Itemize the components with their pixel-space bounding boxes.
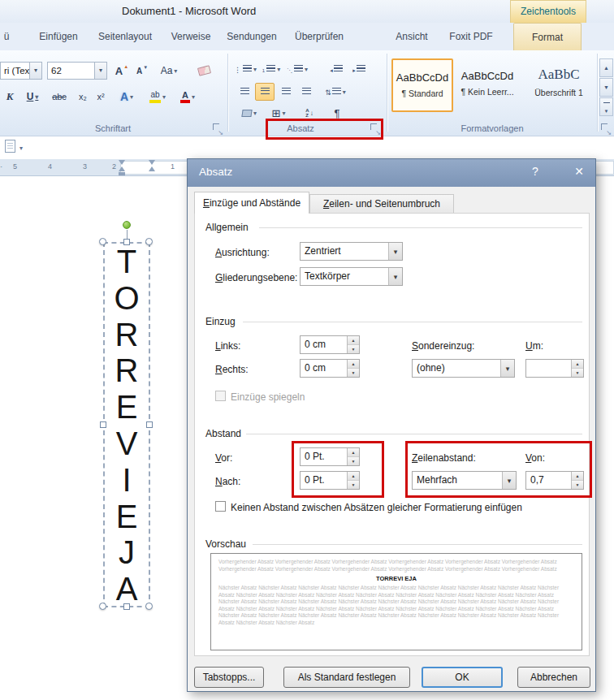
- decrease-indent-button[interactable]: [326, 60, 346, 78]
- font-color-button[interactable]: A: [175, 87, 200, 106]
- change-case-button[interactable]: Aa: [156, 63, 182, 79]
- spin-up-icon[interactable]: [572, 360, 583, 368]
- font-name-dropdown-icon[interactable]: [29, 63, 41, 79]
- hanging-indent-marker[interactable]: [119, 166, 125, 171]
- resize-handle-top-left[interactable]: [99, 238, 106, 245]
- spin-down-icon[interactable]: [348, 368, 359, 377]
- spin-up-icon[interactable]: [348, 472, 359, 480]
- dropdown-arrow-icon[interactable]: [388, 243, 402, 260]
- style-card-standard[interactable]: AaBbCcDd ¶ Standard: [391, 58, 453, 112]
- font-dialog-launcher[interactable]: [213, 123, 223, 134]
- font-size-combo[interactable]: 62: [47, 62, 107, 80]
- style-card-kein-leerraum[interactable]: AaBbCcDd ¶ Kein Leerr...: [456, 58, 518, 112]
- align-left-button[interactable]: [236, 83, 253, 101]
- spin-up-icon[interactable]: [348, 336, 359, 344]
- dropdown-arrow-icon[interactable]: [502, 472, 516, 489]
- underline-button[interactable]: U: [21, 88, 44, 106]
- increase-indent-button[interactable]: [349, 60, 369, 78]
- tab-seitenlayout[interactable]: Seitenlayout: [91, 23, 159, 50]
- tab-verweise[interactable]: Verweise: [166, 23, 216, 50]
- paragraph-dialog-launcher[interactable]: [370, 123, 381, 134]
- shrink-font-button[interactable]: A▼: [133, 63, 151, 79]
- tab-format[interactable]: Format: [513, 23, 582, 50]
- spin-down-icon[interactable]: [572, 480, 583, 489]
- spin-down-icon[interactable]: [348, 344, 359, 353]
- show-hide-pilcrow-button[interactable]: ¶: [328, 104, 346, 122]
- text-highlight-button[interactable]: ab: [145, 87, 171, 106]
- zeilenabstand-dropdown[interactable]: Mehrfach: [412, 471, 517, 490]
- sondereinzug-dropdown[interactable]: (ohne): [412, 359, 515, 378]
- gliederungsebene-dropdown[interactable]: Textkörper: [300, 267, 403, 286]
- tab-einfuegen[interactable]: Einfügen: [32, 23, 84, 50]
- um-spinner[interactable]: [525, 359, 584, 378]
- font-size-dropdown-icon[interactable]: [94, 63, 106, 79]
- styles-gallery-more-button[interactable]: [599, 97, 613, 116]
- tabstopps-button[interactable]: Tabstopps...: [194, 667, 264, 688]
- spin-down-icon[interactable]: [348, 456, 359, 465]
- resize-handle-bottom-right[interactable]: [145, 603, 153, 610]
- tab-ansicht[interactable]: Ansicht: [388, 23, 435, 50]
- style-card-ueberschrift-1[interactable]: AaBbC Überschrift 1: [521, 58, 596, 112]
- shading-button[interactable]: [237, 104, 262, 122]
- als-standard-festlegen-button[interactable]: Als Standard festlegen: [283, 667, 410, 688]
- resize-handle-top-center[interactable]: [123, 239, 130, 245]
- dialog-help-button[interactable]: ?: [522, 165, 548, 181]
- strikethrough-button[interactable]: abc: [47, 88, 71, 106]
- tab-ueberpruefen[interactable]: Überprüfen: [288, 23, 351, 50]
- resize-handle-bottom-center[interactable]: [123, 603, 130, 610]
- font-name-combo[interactable]: ri (Textk: [0, 62, 42, 80]
- dialog-title-bar[interactable]: Absatz ? ✕: [188, 159, 595, 187]
- resize-handle-top-right[interactable]: [145, 238, 153, 245]
- spin-up-icon[interactable]: [348, 448, 359, 456]
- spin-down-icon[interactable]: [572, 368, 583, 377]
- grow-font-button[interactable]: A▲: [112, 63, 132, 79]
- spin-up-icon[interactable]: [348, 360, 359, 368]
- tab-sendungen[interactable]: Sendungen: [223, 23, 281, 50]
- subscript-button[interactable]: x₂: [75, 88, 91, 106]
- dialog-tab-zeilen-und-seitenumbruch[interactable]: Zeilen- und Seitenumbruch: [309, 194, 454, 214]
- resize-handle-middle-right[interactable]: [146, 421, 153, 428]
- align-right-button[interactable]: [277, 83, 295, 101]
- tab-menu-fragment[interactable]: ü: [0, 23, 13, 50]
- numbering-button[interactable]: [260, 60, 283, 78]
- clear-formatting-button[interactable]: [193, 63, 214, 79]
- first-line-indent-marker[interactable]: [119, 160, 125, 165]
- dropdown-arrow-icon[interactable]: [500, 360, 514, 377]
- styles-scroll-up-button[interactable]: [599, 58, 613, 77]
- align-center-button[interactable]: [255, 83, 275, 101]
- dialog-tab-einzuege-und-abstaende[interactable]: Einzüge und Abstände: [194, 192, 309, 214]
- page-icon[interactable]: [5, 140, 15, 153]
- ok-button[interactable]: OK: [422, 667, 503, 688]
- rechts-spinner[interactable]: 0 cm: [300, 359, 360, 378]
- left-indent-marker[interactable]: [119, 172, 125, 175]
- line-spacing-button[interactable]: [323, 83, 348, 101]
- styles-dialog-launcher[interactable]: [601, 123, 612, 134]
- links-spinner[interactable]: 0 cm: [300, 335, 360, 354]
- rotation-handle[interactable]: [123, 221, 131, 229]
- vor-spinner[interactable]: 0 Pt.: [300, 447, 360, 466]
- bullets-button[interactable]: [234, 60, 257, 78]
- spin-down-icon[interactable]: [348, 480, 359, 489]
- resize-handle-middle-left[interactable]: [100, 421, 106, 428]
- justify-button[interactable]: [297, 83, 315, 101]
- sort-button[interactable]: AZ ↓: [299, 104, 320, 122]
- dropdown-caret-icon[interactable]: [19, 141, 23, 153]
- right-indent-marker-top[interactable]: [149, 160, 155, 165]
- ausrichtung-dropdown[interactable]: Zentriert: [300, 242, 403, 261]
- right-indent-marker[interactable]: [149, 166, 155, 171]
- italic-button[interactable]: K: [2, 88, 18, 106]
- styles-scroll-down-button[interactable]: [599, 78, 613, 97]
- resize-handle-bottom-left[interactable]: [99, 603, 106, 610]
- dialog-close-button[interactable]: ✕: [566, 165, 592, 181]
- superscript-button[interactable]: x²: [93, 88, 109, 106]
- no-space-checkbox[interactable]: [215, 501, 226, 512]
- von-spinner[interactable]: 0,7: [525, 471, 584, 490]
- multilevel-list-button[interactable]: [286, 60, 309, 78]
- spin-up-icon[interactable]: [572, 472, 583, 480]
- borders-button[interactable]: ⊞: [266, 104, 291, 122]
- text-effects-button[interactable]: A: [115, 87, 138, 106]
- nach-spinner[interactable]: 0 Pt.: [300, 471, 360, 490]
- dropdown-arrow-icon[interactable]: [388, 268, 402, 285]
- abbrechen-button[interactable]: Abbrechen: [517, 667, 590, 688]
- tab-foxit-pdf[interactable]: Foxit PDF: [442, 23, 500, 50]
